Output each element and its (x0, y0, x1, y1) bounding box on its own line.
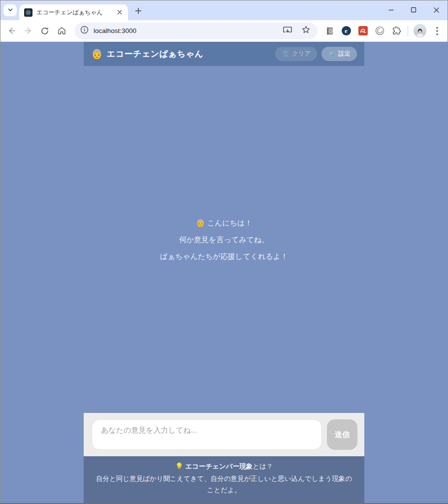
app-header: 👵 エコーチェンばぁちゃん 🗑️ クリア ⚙️ 設定 (84, 42, 364, 66)
tab-title: エコーチェンばぁちゃん (36, 8, 111, 17)
window-controls (380, 0, 448, 20)
app-title: エコーチェンばぁちゃん (107, 48, 203, 60)
browser-window: エコーチェンばぁちゃん (0, 0, 448, 504)
extensions-puzzle-icon[interactable] (391, 26, 401, 36)
message-input-bar: 送信 (84, 413, 364, 456)
minimize-button[interactable] (380, 0, 402, 19)
tab-close-icon[interactable] (115, 8, 124, 17)
gear-icon: ⚙️ (328, 50, 336, 58)
header-buttons: 🗑️ クリア ⚙️ 設定 (275, 47, 357, 61)
page-background: 👵 エコーチェンばぁちゃん 🗑️ クリア ⚙️ 設定 👵 こんにちは！ 何か意見… (0, 42, 448, 503)
home-button[interactable] (55, 24, 68, 38)
chat-area: 👵 こんにちは！ 何か意見を言ってみてね。 ばぁちゃんたちが応援してくれるよ！ (84, 66, 364, 413)
chevron-down-icon (7, 6, 13, 15)
url-text[interactable]: localhost:3000 (94, 27, 283, 34)
e-circle-extension-icon[interactable]: e (341, 26, 351, 36)
opinion-input[interactable] (92, 419, 322, 450)
welcome-line-support: ばぁちゃんたちが応援してくれるよ！ (160, 252, 288, 260)
send-button[interactable]: 送信 (327, 419, 357, 450)
refresh-button[interactable] (38, 24, 52, 38)
footer-title: 💡 エコーチェンバー現象とは？ (95, 462, 353, 471)
notebook-extension-icon[interactable] (324, 26, 334, 36)
clear-button-label: クリア (292, 50, 311, 58)
react-favicon-icon (24, 8, 32, 17)
toolbar-separator (408, 26, 408, 36)
info-footer: 💡 エコーチェンバー現象とは？ 自分と同じ意見ばかり聞こえてきて、自分の意見が正… (84, 456, 364, 503)
welcome-line-greeting: 👵 こんにちは！ (196, 219, 253, 226)
address-bar[interactable]: localhost:3000 (74, 23, 318, 39)
lightbulb-icon: 💡 (175, 463, 184, 470)
bookmark-star-icon[interactable] (301, 25, 311, 36)
grandma-emoji-icon: 👵 (91, 48, 103, 60)
browser-tab[interactable]: エコーチェンばぁちゃん (19, 4, 128, 20)
e-badge: e (342, 26, 351, 35)
browser-menu-button[interactable] (432, 27, 443, 35)
footer-term-suffix: とは？ (253, 463, 273, 470)
maximize-button[interactable] (402, 0, 425, 19)
new-tab-button[interactable] (131, 4, 145, 17)
trash-icon: 🗑️ (282, 50, 289, 58)
browser-toolbar: localhost:3000 (0, 20, 448, 42)
close-window-button[interactable] (425, 0, 448, 19)
footer-description: 自分と同じ意見ばかり聞こえてきて、自分の意見が正しいと思い込んでしまう現象のこと… (95, 473, 353, 496)
clear-button[interactable]: 🗑️ クリア (275, 47, 317, 61)
extension-icons: e (324, 26, 401, 36)
tab-search-button[interactable] (3, 4, 17, 16)
footer-term: エコーチェンバー現象 (185, 463, 253, 470)
omnibox-action-icons (283, 25, 311, 36)
profile-avatar[interactable] (414, 24, 426, 37)
red-extension-icon[interactable] (358, 26, 368, 36)
circle-extension-icon[interactable] (375, 26, 384, 36)
app-container: 👵 エコーチェンばぁちゃん 🗑️ クリア ⚙️ 設定 👵 こんにちは！ 何か意見… (84, 42, 364, 503)
install-app-icon[interactable] (283, 26, 292, 36)
settings-button[interactable]: ⚙️ 設定 (321, 47, 357, 61)
welcome-line-prompt: 何か意見を言ってみてね。 (179, 236, 269, 243)
back-button[interactable] (4, 24, 18, 38)
settings-button-label: 設定 (338, 50, 351, 58)
forward-button[interactable] (21, 24, 35, 38)
browser-titlebar: エコーチェンばぁちゃん (0, 0, 448, 20)
site-info-icon[interactable] (80, 26, 89, 36)
